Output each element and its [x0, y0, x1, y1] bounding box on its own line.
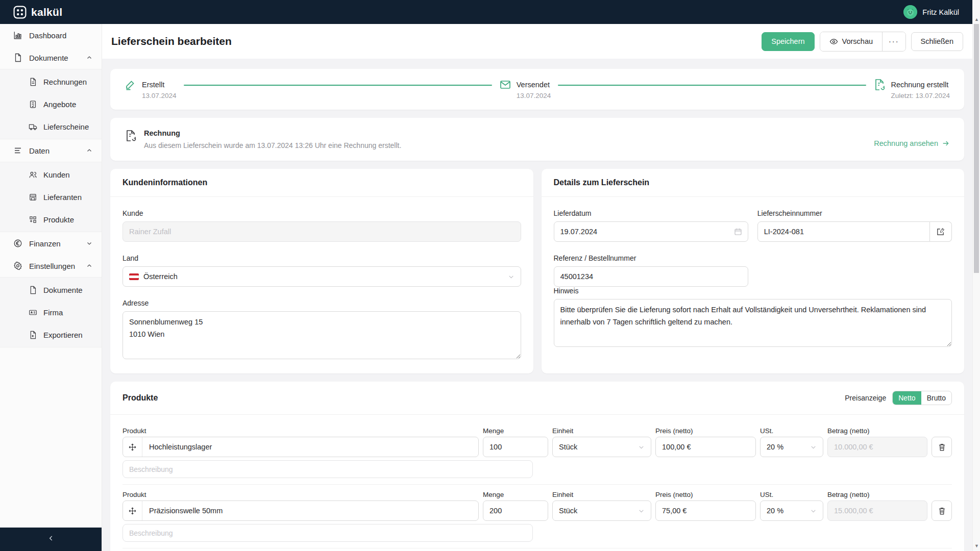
produkt-field[interactable]: Hochleistungslager: [122, 437, 479, 457]
sidebar-item-lieferscheine[interactable]: Lieferscheine: [0, 115, 102, 138]
beschreibung-field[interactable]: [122, 460, 533, 478]
sidebar-item-dokumente-settings[interactable]: Dokumente: [0, 279, 102, 301]
referenz-field[interactable]: [554, 266, 748, 287]
drag-handle-icon[interactable]: [123, 437, 142, 457]
produkt-field[interactable]: Präzisionswelle 50mm: [122, 500, 479, 521]
scroll-up-arrow[interactable]: ▲: [973, 16, 980, 22]
sidebar-item-finanzen[interactable]: Finanzen: [0, 232, 102, 255]
brand[interactable]: kalkül: [13, 6, 62, 19]
lieferdatum-field[interactable]: [554, 221, 748, 242]
sidebar-item-daten[interactable]: Daten: [0, 139, 102, 162]
preview-button[interactable]: Vorschau: [820, 32, 882, 51]
sidebar-item-dashboard[interactable]: Dashboard: [0, 24, 102, 46]
products-card: Produkte Preisanzeige Netto Brutto Produ…: [110, 382, 964, 551]
beschreibung-field[interactable]: [122, 524, 533, 542]
save-button[interactable]: Speichern: [762, 32, 814, 51]
timeline-step-label: Rechnung erstellt: [891, 80, 950, 90]
scroll-down-arrow[interactable]: ▼: [973, 543, 980, 549]
user-menu[interactable]: Fritz Kalkül: [903, 5, 959, 19]
view-invoice-link[interactable]: Rechnung ansehen: [874, 139, 950, 147]
adresse-field[interactable]: Sonnenblumenweg 15 1010 Wien: [122, 311, 521, 359]
user-name: Fritz Kalkül: [922, 8, 959, 16]
products-title: Produkte: [122, 393, 158, 403]
edit-number-button[interactable]: [930, 221, 952, 242]
hinweis-field[interactable]: Bitte überprüfen Sie die Lieferung sofor…: [554, 299, 952, 347]
toggle-netto[interactable]: Netto: [893, 391, 921, 405]
product-row: Produkt Menge Einheit Preis (netto) USt.…: [122, 427, 952, 485]
trash-icon: [938, 507, 946, 515]
envelope-icon: [499, 79, 511, 99]
view-invoice-label: Rechnung ansehen: [874, 139, 938, 147]
sidebar-item-kunden[interactable]: Kunden: [0, 163, 102, 186]
menge-field[interactable]: [483, 500, 548, 521]
preview-label: Vorschau: [842, 37, 873, 45]
sidebar-item-label: Finanzen: [29, 239, 80, 248]
page-actions: Speichern Vorschau ··· Schließen: [762, 32, 963, 52]
more-options-button[interactable]: ···: [882, 32, 905, 51]
status-timeline: Erstellt 13.07.2024 Versendet 13.07.2024: [110, 69, 964, 110]
ust-select[interactable]: 20 %: [760, 437, 823, 457]
einheit-select[interactable]: Stück: [552, 437, 651, 457]
land-select[interactable]: Österreich: [122, 266, 521, 287]
timeline-step-versendet: Versendet 13.07.2024: [499, 80, 551, 99]
sidebar-group-daten: Kunden Lieferanten Produkte: [0, 162, 102, 232]
price-display-label: Preisanzeige: [845, 394, 886, 402]
sidebar-item-firma[interactable]: Firma: [0, 301, 102, 323]
sidebar-item-lieferanten[interactable]: Lieferanten: [0, 186, 102, 208]
main-area: Lieferschein bearbeiten Speichern Vorsch…: [102, 24, 972, 551]
land-label: Land: [122, 254, 521, 262]
sidebar-item-einstellungen[interactable]: Einstellungen: [0, 255, 102, 277]
chevron-down-icon: [86, 239, 92, 248]
calendar-icon[interactable]: [734, 228, 742, 236]
timeline-step-date: 13.07.2024: [517, 92, 551, 99]
einheit-select[interactable]: Stück: [552, 500, 651, 521]
close-button[interactable]: Schließen: [911, 32, 963, 51]
id-card-icon: [29, 308, 37, 317]
toggle-brutto[interactable]: Brutto: [921, 391, 951, 405]
document-icon: [29, 286, 37, 294]
land-value: Österreich: [143, 272, 503, 281]
sidebar-item-label: Rechnungen: [43, 78, 87, 86]
menge-field[interactable]: [483, 437, 548, 457]
window-scrollbar[interactable]: ▲ ▼: [972, 0, 980, 551]
sidebar-item-produkte[interactable]: Produkte: [0, 208, 102, 231]
chevron-up-icon: [86, 262, 92, 270]
card-title: Kundeninformationen: [110, 169, 533, 197]
betrag-field: [827, 500, 927, 521]
produkt-value: Hochleistungslager: [142, 443, 218, 451]
sidebar-collapse-button[interactable]: [0, 528, 102, 551]
gear-icon: [13, 261, 22, 270]
sidebar-item-rechnungen[interactable]: Rechnungen: [0, 70, 102, 93]
lieferscheinnummer-field[interactable]: [757, 221, 930, 242]
chevron-down-icon: [810, 444, 817, 450]
col-label-produkt: Produkt: [122, 491, 479, 498]
sidebar-item-label: Dokumente: [29, 54, 80, 62]
list-icon: [13, 146, 22, 155]
sidebar-item-dokumente[interactable]: Dokumente: [0, 46, 102, 69]
austria-flag-icon: [129, 273, 139, 280]
sidebar-item-label: Kunden: [43, 170, 70, 179]
col-label-ust: USt.: [760, 427, 823, 435]
delete-row-button[interactable]: [932, 437, 952, 457]
ust-value: 20 %: [767, 507, 805, 515]
kunde-field: [122, 221, 521, 242]
drag-handle-icon[interactable]: [123, 501, 142, 520]
col-label-betrag: Betrag (netto): [827, 427, 927, 435]
users-icon: [29, 170, 37, 179]
preis-field[interactable]: [655, 437, 756, 457]
sidebar-item-angebote[interactable]: Angebote: [0, 93, 102, 115]
sidebar-item-exportieren[interactable]: Exportieren: [0, 323, 102, 346]
ust-select[interactable]: 20 %: [760, 500, 823, 521]
product-row: Produkt Menge Einheit Preis (netto) USt.…: [122, 491, 952, 548]
sidebar: Dashboard Dokumente Rechnungen: [0, 24, 102, 551]
produkt-value: Präzisionswelle 50mm: [142, 507, 229, 515]
timeline-step-rechnung-erstellt: Rechnung erstellt Zuletzt: 13.07.2024: [873, 80, 950, 99]
hinweis-label: Hinweis: [554, 287, 952, 295]
timeline-step-erstellt: Erstellt 13.07.2024: [125, 80, 177, 99]
scrollbar-thumb[interactable]: [974, 24, 979, 273]
kunde-label: Kunde: [122, 209, 521, 217]
delete-row-button[interactable]: [932, 500, 952, 521]
document-icon: [13, 53, 22, 62]
preis-field[interactable]: [655, 500, 756, 521]
arrow-right-icon: [942, 139, 950, 147]
